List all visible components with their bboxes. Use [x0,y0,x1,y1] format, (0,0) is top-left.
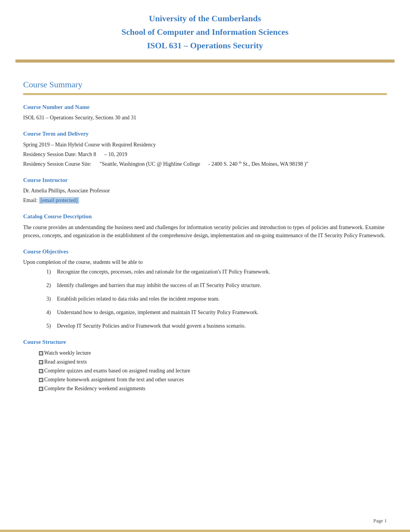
email-link[interactable]: [email protected] [39,197,79,204]
header-line1: University of the Cumberlands [149,14,261,23]
course-number-content: ISOL 631 – Operations Security, Sections… [23,114,387,122]
section-objectives-label: Course Objectives [23,247,387,256]
list-item: Complete homework assignment from the te… [39,376,387,384]
structure-list: Watch weekly lecture Read assigned texts… [39,349,387,393]
instructor-name: Dr. Amelia Phillips, Associate Professor [23,187,387,195]
summary-divider [23,93,387,95]
term-line2: Residency Session Date: March 8 – 10, 20… [23,150,387,158]
list-item: 5) Develop IT Security Policies and/or F… [46,322,387,330]
residency-date-prefix: Residency Session Date: March 8 [23,151,96,157]
list-item: 3) Establish policies related to data ri… [46,295,387,303]
main-content: Course Summary Course Number and Name IS… [0,63,410,409]
list-item: Complete the Residency weekend assignmen… [39,384,387,393]
page: University of the Cumberlands School of … [0,0,410,532]
section-catalog-label: Catalog Course Description [23,212,387,221]
section-instructor-label: Course Instructor [23,176,387,185]
term-line1: Spring 2019 – Main Hybrid Course with Re… [23,141,387,149]
page-number: Page 1 [373,517,387,525]
term-line3: Residency Session Course Site: "Seattle,… [23,160,387,168]
list-item: 4) Understand how to design, organize, i… [46,308,387,316]
list-item: 2) Identify challenges and barriers that… [46,281,387,289]
email-prefix: Email: [23,197,39,203]
instructor-email-line: Email: [email protected] [23,196,387,204]
list-item: Complete quizzes and exams based on assi… [39,367,387,375]
residency-site-prefix: Residency Session Course Site: [23,161,91,167]
list-item: 1) Recognize the concepts, processes, ro… [46,268,387,276]
header-bar [15,59,395,63]
section-term-delivery-label: Course Term and Delivery [23,129,387,138]
objectives-intro: Upon completion of the course, students … [23,258,387,266]
course-summary-heading: Course Summary [23,78,387,91]
residency-sup: th [239,160,242,164]
header: University of the Cumberlands School of … [0,0,410,56]
header-line2: School of Computer and Information Scien… [122,27,289,37]
residency-address: - 2400 S. 240 [208,161,237,167]
residency-date-suffix: – 10, 2019 [104,151,127,157]
residency-site-name: "Seattle, Washington (UC @ Highline Coll… [100,161,200,167]
catalog-description-content: The course provides an understanding the… [23,223,387,240]
list-item: Read assigned texts [39,358,387,366]
residency-address-suffix: St., Des Moines, WA 98198 )" [243,161,308,167]
header-line3: ISOL 631 – Operations Security [147,41,263,50]
list-item: Watch weekly lecture [39,349,387,357]
section-number-name-label: Course Number and Name [23,103,387,112]
objectives-list: 1) Recognize the concepts, processes, ro… [46,268,387,330]
section-structure-label: Course Structure [23,338,387,347]
bottom-bar [0,530,410,532]
